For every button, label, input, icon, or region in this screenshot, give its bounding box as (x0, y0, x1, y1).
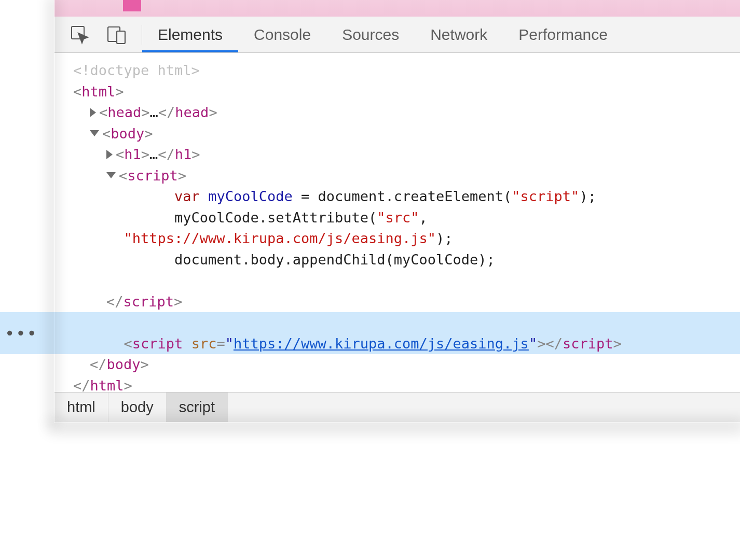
blank-line (73, 270, 740, 291)
gt: > (191, 146, 200, 162)
gt: > (613, 335, 621, 352)
str-script: "script" (512, 188, 579, 204)
tag-head: head (107, 104, 141, 120)
lt: < (73, 83, 81, 100)
code-line-1[interactable]: var myCoolCode = document.createElement(… (73, 186, 740, 207)
q1: " (225, 335, 234, 352)
inspect-element-icon[interactable] (69, 24, 91, 46)
tag-h1-close: h1 (175, 146, 192, 162)
h1-line[interactable]: <h1>…</h1> (73, 144, 740, 165)
tab-network[interactable]: Network (415, 17, 503, 52)
str-url: "https://www.kirupa.com/js/easing.js" (124, 230, 436, 246)
tag-html: html (81, 83, 115, 100)
code-line-3[interactable]: "https://www.kirupa.com/js/easing.js"); (73, 228, 740, 249)
eq: = (216, 335, 225, 352)
expand-caret-icon[interactable] (106, 150, 113, 159)
tag-script-close: script (124, 293, 174, 310)
lt-close: </ (106, 293, 124, 310)
devtools-window: Elements Console Sources Network Perform… (0, 0, 740, 560)
gt: > (124, 377, 132, 394)
var-myCoolCode: myCoolCode (208, 188, 293, 204)
code-3end: ); (436, 230, 453, 246)
attr-src-url[interactable]: https://www.kirupa.com/js/easing.js (234, 335, 529, 352)
gt: > (141, 104, 149, 120)
lt-close: </ (158, 104, 175, 120)
tag-script: script (127, 167, 178, 184)
shadow-bottom (54, 423, 740, 423)
lt-close: </ (158, 146, 175, 162)
lt-close: </ (545, 335, 563, 352)
code-line-4[interactable]: document.body.appendChild(myCoolCode); (73, 249, 740, 271)
collapse-caret-icon[interactable] (90, 130, 99, 136)
tag-body: body (111, 125, 144, 142)
tag-html-close: html (90, 377, 124, 394)
gt: > (537, 335, 545, 352)
body-open[interactable]: <body> (73, 123, 740, 145)
crumb-script[interactable]: script (167, 393, 228, 422)
code-4: document.body.appendChild(myCoolCode); (174, 251, 495, 268)
tag-script: script (132, 335, 183, 352)
expand-caret-icon[interactable] (90, 108, 96, 117)
head-line[interactable]: <head>…</head> (73, 102, 740, 123)
lt-close: </ (73, 377, 90, 394)
crumb-html[interactable]: html (54, 393, 108, 422)
doctype-line[interactable]: <!doctype html> (73, 60, 740, 81)
gt: > (141, 356, 149, 372)
tab-console[interactable]: Console (238, 17, 326, 52)
devtools-tabs: Elements Console Sources Network Perform… (142, 17, 623, 52)
script-open[interactable]: <script> (73, 165, 740, 187)
tag-h1: h1 (124, 146, 141, 162)
code-rest: = document.createElement( (293, 188, 512, 204)
elements-tree[interactable]: <!doctype html> <html> <head>…</head> <b… (54, 53, 740, 392)
tab-sources[interactable]: Sources (326, 17, 415, 52)
body-close[interactable]: </body> (73, 354, 740, 375)
gt: > (141, 146, 149, 162)
code-line-2[interactable]: myCoolCode.setAttribute("src", (73, 207, 740, 229)
html-close[interactable]: </html> (73, 375, 740, 397)
gt: > (178, 167, 186, 184)
browser-titlebar (54, 0, 740, 17)
code-2a: myCoolCode.setAttribute( (174, 209, 377, 226)
collapse-caret-icon[interactable] (106, 172, 116, 178)
str-src: "src" (377, 209, 419, 226)
q2: " (529, 335, 537, 352)
gt: > (209, 104, 217, 120)
lt: < (119, 167, 127, 184)
toolbar-left-group (54, 17, 142, 52)
html-open[interactable]: <html> (73, 81, 740, 103)
tab-performance[interactable]: Performance (503, 17, 623, 52)
tag-head-close: head (175, 104, 209, 120)
lt: < (99, 104, 107, 120)
script-close[interactable]: </script> (73, 291, 740, 313)
crumb-body[interactable]: body (108, 393, 167, 422)
devtools-toolbar: Elements Console Sources Network Perform… (54, 17, 740, 53)
gt: > (115, 83, 124, 100)
tab-elements[interactable]: Elements (142, 17, 238, 52)
device-toolbar-icon[interactable] (105, 24, 127, 46)
code-2end: , (419, 209, 436, 226)
shadow-left (54, 0, 55, 423)
kw-var: var (174, 188, 200, 204)
attr-src: src (191, 335, 217, 352)
code-end: ); (579, 188, 596, 204)
gt: > (144, 125, 153, 142)
lt: < (116, 146, 124, 162)
tag-script-close: script (563, 335, 613, 352)
lt: < (124, 335, 132, 352)
lt: < (102, 125, 111, 142)
svg-rect-2 (117, 31, 125, 44)
tag-body-close: body (107, 356, 141, 372)
tab-favicon (123, 0, 141, 11)
gt: > (174, 293, 182, 310)
breadcrumb-bar: html body script (54, 392, 740, 422)
ellipsis: … (149, 146, 158, 162)
lt-close: </ (90, 356, 107, 372)
selected-script-element[interactable]: •••<script src="https://www.kirupa.com/j… (0, 312, 740, 354)
ellipsis: … (150, 104, 158, 120)
